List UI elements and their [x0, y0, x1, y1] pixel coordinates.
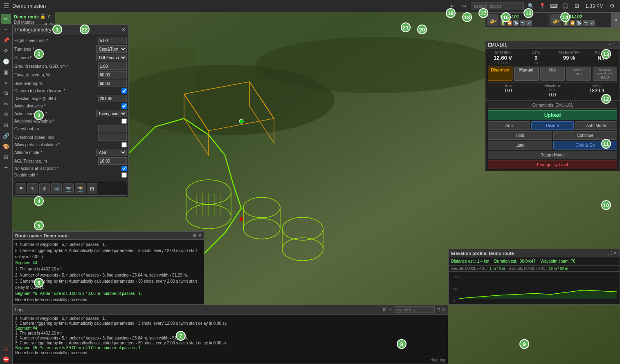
sidebar-table2-icon[interactable]: ⊞ [1, 152, 11, 162]
overshoot-speed-label: Overshoot speed, m/s [14, 135, 98, 140]
alt-mode-label: Altitude mode * [14, 150, 96, 155]
sidebar-list-icon[interactable]: ≡ [1, 78, 11, 87]
log-line-8: Route has been successfully processed. [15, 351, 445, 355]
disarm-button[interactable]: Disarm [531, 121, 573, 130]
turn-type-select[interactable]: Stop&Turn [96, 45, 127, 53]
photo-panel-close-btn[interactable]: ✕ [121, 27, 126, 33]
telem-list-icon[interactable]: ≡ [609, 42, 611, 47]
arm-button[interactable]: Arm [488, 121, 530, 130]
alt-mode-row: Altitude mode * AGL [14, 149, 127, 156]
upload-button[interactable]: Upload [488, 110, 617, 120]
direction-input[interactable] [98, 95, 127, 102]
num-badge-4: 4 [34, 196, 44, 206]
telem-raw-label: Raw [488, 84, 529, 88]
land-button[interactable]: Land [488, 141, 552, 150]
cam-top-checkbox[interactable] [121, 88, 127, 94]
log-copy-icon[interactable]: ⊡ [436, 307, 440, 313]
agl-tol-input[interactable] [98, 157, 127, 165]
flight-speed-input[interactable] [98, 37, 127, 44]
redo-icon[interactable]: ↪ [459, 2, 468, 11]
sidebar-sun-icon[interactable]: ☀ [1, 163, 11, 172]
svg-text:50: 50 [453, 287, 457, 291]
return-home-button[interactable]: Return Home [488, 151, 617, 159]
gsd-input[interactable] [98, 63, 127, 70]
flight-speed-row: Flight speed, m/s * [14, 37, 127, 44]
telem-alt-row: Raw 0.0 Altitude, m AGL 0.0 AMSL 1839.9 [488, 83, 617, 98]
keyboard-icon[interactable]: ⌨ [549, 2, 558, 11]
partial-calc-checkbox[interactable] [121, 142, 127, 147]
toolbar-camera-icon[interactable]: 📷 [63, 183, 74, 194]
overshoot-m-input[interactable] [98, 125, 127, 132]
side-overlap-input[interactable] [98, 80, 127, 87]
sidebar-layers-icon[interactable]: ⧉ [1, 88, 11, 98]
sidebar-warning-icon[interactable]: ⚠ [1, 344, 11, 353]
action-exec-select[interactable]: Every point [96, 110, 127, 117]
telem-header-icons: ≡ ⛶ [609, 42, 617, 47]
headset-icon[interactable]: 🎧 [561, 2, 570, 11]
toolbar-camera2-icon[interactable]: 📸 [75, 183, 85, 194]
sidebar-clock-icon[interactable]: 🕐 [1, 56, 11, 66]
route-check-icon: ✓ [47, 14, 51, 19]
additional-wp-checkbox[interactable] [121, 118, 127, 124]
toolbar-cursor-icon[interactable]: ↖ [27, 183, 38, 194]
elev-close-icon[interactable]: ✕ [613, 250, 617, 256]
log-clear-icon[interactable]: ✕ [442, 307, 445, 313]
elev-header: Elevation profile: Demo route ⛶ ✕ [449, 249, 620, 257]
log-filter-icon[interactable]: ⊞ [383, 307, 386, 313]
sidebar-crop-icon[interactable]: ▣ [1, 67, 11, 77]
telem-gps-label: GPS [521, 51, 551, 55]
sidebar-edit-icon[interactable]: ✏ [1, 14, 11, 24]
log-warning-icon[interactable]: ⚠ [388, 307, 392, 313]
log-header: Log ⊞ ⚠ ⊡ ✕ [13, 305, 448, 315]
uav-emu101-item[interactable]: 🚁 EMU-101 🔋 📶 📡 📷 🔊 [485, 13, 548, 27]
auto-mode-button[interactable]: Auto Mode [575, 121, 617, 130]
sidebar-location-pin-icon[interactable]: 📌 [1, 35, 11, 45]
toolbar-wide-icon[interactable]: ⊞ [87, 183, 97, 194]
toolbar-target-icon[interactable]: ⊕ [39, 183, 50, 194]
location-icon[interactable]: 📍 [538, 2, 547, 11]
emergency-land-button[interactable]: Emergency Land [488, 161, 617, 169]
sidebar-chain-icon[interactable]: 🔗 [1, 131, 11, 141]
log-footer: Hide log [13, 357, 448, 363]
toolbar-flag-icon[interactable]: ⚑ [16, 183, 26, 194]
elev-waypoints-val: 76 [571, 259, 575, 264]
search-input[interactable] [471, 2, 524, 10]
settings-icon[interactable]: ⚙ [608, 2, 617, 11]
elevation-chart-svg: 100 50 0 [451, 273, 617, 303]
log-search-input[interactable] [394, 306, 435, 313]
uav-emu102-item[interactable]: 🚁 EMU-102 🔋 📶 📡 📷 🔊 [548, 13, 611, 27]
route-info-body: 4. Number of waypoints - 5, number of pa… [13, 240, 204, 304]
sidebar-table-icon[interactable]: ⊟ [1, 120, 11, 130]
sidebar-palette-icon[interactable]: 🎨 [1, 141, 11, 151]
grid-icon[interactable]: ⊞ [572, 2, 581, 11]
elev-expand-icon[interactable]: ⛶ [607, 250, 612, 256]
sidebar-stop-icon[interactable]: ⛔ [1, 354, 11, 364]
hold-button[interactable]: Hold [488, 131, 552, 140]
telem-telemetry-val: 99 % [554, 55, 584, 61]
no-actions-checkbox[interactable] [121, 166, 127, 171]
telem-expand-icon[interactable]: ⛶ [613, 42, 617, 47]
sidebar-move-icon[interactable]: ✥ [1, 46, 11, 56]
route-info-copy-icon[interactable]: ⊡ [193, 233, 196, 238]
hide-log-button[interactable]: Hide log [430, 358, 445, 362]
menu-icon[interactable]: ☰ [3, 2, 9, 10]
camera-select[interactable]: DJI Zenmu... [96, 54, 127, 61]
continue-button[interactable]: Continue [553, 131, 618, 140]
elev-duration-label: Duration est.: [494, 259, 518, 264]
telem-raw-col: Raw 0.0 [488, 84, 529, 98]
fwd-overlap-label: Forward overlap, % [14, 73, 98, 77]
avoid-obstacles-checkbox[interactable] [121, 103, 127, 109]
toolbar-video-icon[interactable]: 📹 [51, 183, 62, 194]
uav-panel-expand-btn[interactable]: ✕ [611, 13, 620, 27]
route-info-close-icon[interactable]: ✕ [198, 233, 202, 238]
cam-top-label: Camera top facing forward * [14, 89, 121, 93]
fwd-overlap-input[interactable] [98, 71, 127, 78]
alt-mode-select[interactable]: AGL [96, 149, 127, 156]
log-title: Log [15, 307, 22, 312]
double-grid-checkbox[interactable] [121, 172, 127, 178]
sidebar-scissors-icon[interactable]: ✂ [1, 99, 11, 109]
sidebar-plus-icon[interactable]: ＋ [1, 25, 11, 34]
overshoot-speed-input[interactable] [98, 134, 127, 141]
sidebar-gear-icon[interactable]: ⚙ [1, 109, 11, 119]
route-name[interactable]: Demo route 🔒 ✓ [14, 14, 53, 19]
